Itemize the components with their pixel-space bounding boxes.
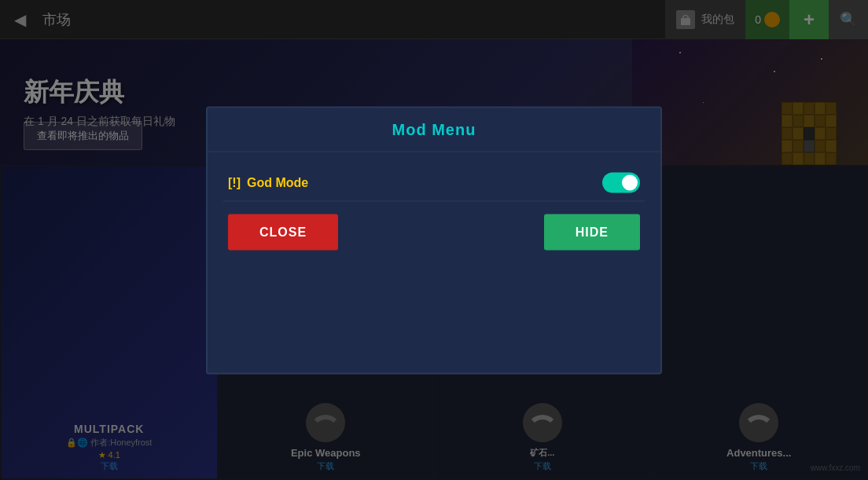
dialog-empty-area bbox=[223, 258, 645, 360]
dialog-buttons: CLOSE HIDE bbox=[223, 209, 645, 258]
close-button[interactable]: CLOSE bbox=[228, 214, 338, 250]
toggle-knob bbox=[622, 174, 638, 190]
mod-warning-icon: [!] bbox=[228, 175, 241, 189]
god-mode-label-wrapper: [!] God Mode bbox=[228, 175, 308, 189]
god-mode-row: [!] God Mode bbox=[223, 164, 645, 201]
mod-menu-dialog: Mod Menu [!] God Mode CLOSE HIDE bbox=[206, 106, 662, 374]
god-mode-toggle[interactable] bbox=[602, 172, 640, 192]
dialog-body: [!] God Mode CLOSE HIDE bbox=[208, 152, 660, 372]
dialog-title-bar: Mod Menu bbox=[208, 108, 660, 152]
dialog-title: Mod Menu bbox=[392, 120, 476, 137]
god-mode-label: God Mode bbox=[247, 175, 308, 189]
hide-button[interactable]: HIDE bbox=[544, 214, 640, 250]
